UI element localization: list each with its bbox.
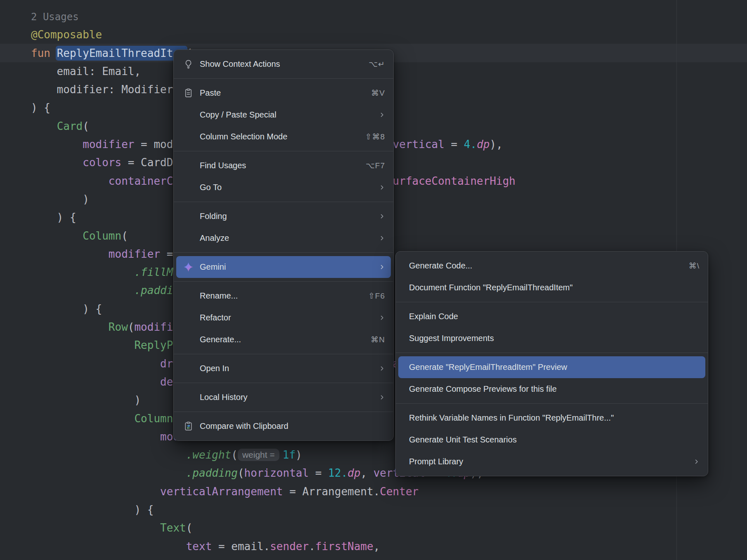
code-token: = MaterialTheme. <box>218 558 328 560</box>
menu-item-label: Go To <box>200 183 222 192</box>
menu-item-label: Gemini <box>200 262 226 272</box>
menu-item-label: Generate Compose Previews for this file <box>409 384 557 394</box>
code-token: ) { <box>31 504 154 516</box>
code-token: Column <box>134 412 173 425</box>
menu-item-compare-with-clipboard[interactable]: Compare with Clipboard <box>176 415 391 437</box>
submenu-chevron-icon <box>362 394 385 400</box>
icon-spacer <box>183 211 194 222</box>
code-token: style <box>186 558 218 560</box>
code-token: horizontal <box>244 467 309 479</box>
menu-item-generate-compose-previews-for-this-file[interactable]: Generate Compose Previews for this file <box>398 378 705 400</box>
menu-item-generate-replyemailthreaditem-preview[interactable]: Generate "ReplyEmailThreadItem" Preview <box>398 356 705 378</box>
submenu-chevron-icon <box>362 365 385 372</box>
menu-item-column-selection-mode[interactable]: Column Selection Mode⇧⌘8 <box>176 126 391 148</box>
menu-item-label: Explain Code <box>409 312 458 321</box>
icon-spacer <box>183 312 194 323</box>
menu-item-go-to[interactable]: Go To <box>176 176 391 198</box>
menu-item-open-in[interactable]: Open In <box>176 358 391 379</box>
code-token: = <box>444 138 464 151</box>
menu-item-generate-unit-test-scenarios[interactable]: Generate Unit Test Scenarios <box>398 429 705 451</box>
code-token: . <box>393 558 400 560</box>
code-token: = <box>309 467 328 479</box>
submenu-chevron-icon <box>362 184 385 191</box>
code-line[interactable]: style = MaterialTheme.typography.labelMe… <box>31 555 515 560</box>
code-token <box>31 248 109 260</box>
menu-item-find-usages[interactable]: Find Usages⌥F7 <box>176 155 391 176</box>
code-token: dp <box>347 467 360 479</box>
code-token <box>31 175 109 187</box>
code-token <box>31 522 160 534</box>
code-token <box>31 558 186 560</box>
code-token: ) <box>31 193 89 205</box>
menu-item-label: Refactor <box>200 313 231 322</box>
menu-item-label: Column Selection Mode <box>200 132 287 141</box>
code-token: Center <box>380 485 418 498</box>
menu-item-label: Generate Unit Test Scenarios <box>409 435 517 445</box>
menu-item-label: Show Context Actions <box>200 59 280 69</box>
menu-item-gemini[interactable]: Gemini <box>176 256 391 278</box>
menu-item-copy-paste-special[interactable]: Copy / Paste Special <box>176 104 391 126</box>
editor-context-menu: Show Context Actions⌥↵Paste⌘VCopy / Past… <box>173 49 394 441</box>
menu-item-label: Find Usages <box>200 161 246 170</box>
menu-item-label: Local History <box>200 393 248 402</box>
code-token <box>31 120 57 132</box>
shortcut-hint: ⇧⌘8 <box>349 132 385 141</box>
code-token: ) { <box>31 101 50 114</box>
code-token: dp <box>477 138 489 151</box>
menu-item-local-history[interactable]: Local History <box>176 386 391 408</box>
submenu-chevron-icon <box>677 459 700 465</box>
menu-item-generate[interactable]: Generate...⌘N <box>176 329 391 351</box>
menu-item-label: Suggest Improvements <box>409 334 494 343</box>
menu-item-label: Compare with Clipboard <box>200 421 288 431</box>
code-token: ) { <box>31 211 76 224</box>
menu-item-prompt-library[interactable]: Prompt Library <box>398 451 705 473</box>
code-line[interactable]: Text( <box>31 519 515 537</box>
menu-separator <box>174 252 393 253</box>
menu-item-show-context-actions[interactable]: Show Context Actions⌥↵ <box>176 53 391 75</box>
menu-separator <box>174 383 393 383</box>
menu-separator <box>396 403 708 404</box>
icon-spacer <box>183 290 194 301</box>
icon-spacer <box>183 131 194 142</box>
menu-item-label: Folding <box>200 212 227 221</box>
code-token <box>31 339 134 351</box>
menu-item-document-function-replyemailthreaditem[interactable]: Document Function "ReplyEmailThreadItem" <box>398 277 705 299</box>
code-line[interactable]: @Composable <box>31 26 515 44</box>
code-token: , <box>360 467 373 479</box>
code-token: .padding <box>186 467 238 479</box>
menu-item-folding[interactable]: Folding <box>176 205 391 227</box>
icon-spacer <box>183 334 194 345</box>
icon-spacer <box>183 182 194 193</box>
code-token: modifier <box>109 248 160 260</box>
code-line[interactable]: verticalArrangement = Arrangement.Center <box>31 482 515 501</box>
menu-item-explain-code[interactable]: Explain Code <box>398 306 705 327</box>
icon-spacer <box>183 109 194 120</box>
code-token <box>31 266 134 278</box>
code-token: colors <box>83 156 121 169</box>
code-token: .weight <box>186 449 232 461</box>
menu-item-analyze[interactable]: Analyze <box>176 227 391 249</box>
icon-spacer <box>183 363 194 374</box>
code-token <box>31 449 186 461</box>
shortcut-hint: ⌘N <box>354 335 385 344</box>
menu-separator <box>174 412 393 412</box>
submenu-chevron-icon <box>362 264 385 270</box>
menu-item-label: Generate "ReplyEmailThreadItem" Preview <box>409 362 567 372</box>
code-token: Text <box>160 522 186 534</box>
submenu-chevron-icon <box>362 213 385 219</box>
menu-item-paste[interactable]: Paste⌘V <box>176 82 391 104</box>
menu-item-refactor[interactable]: Refactor <box>176 307 391 329</box>
code-line[interactable]: ) { <box>31 501 515 519</box>
menu-item-rethink-variable-names-in-function-replyemailthre[interactable]: Rethink Variable Names in Function "Repl… <box>398 407 705 429</box>
code-token: . <box>309 540 315 553</box>
shortcut-hint: ⌥↵ <box>352 59 385 69</box>
code-token: ) { <box>31 303 102 315</box>
highlighted-identifier: ReplyEmailThreadItem <box>57 47 186 59</box>
code-token <box>31 540 186 553</box>
menu-item-suggest-improvements[interactable]: Suggest Improvements <box>398 327 705 349</box>
menu-item-generate-code[interactable]: Generate Code...⌘\ <box>398 255 705 277</box>
code-line[interactable]: 2 Usages <box>31 7 515 26</box>
code-line[interactable]: text = email.sender.firstName, <box>31 537 515 555</box>
code-token: text <box>186 540 212 553</box>
menu-item-rename[interactable]: Rename...⇧F6 <box>176 285 391 307</box>
